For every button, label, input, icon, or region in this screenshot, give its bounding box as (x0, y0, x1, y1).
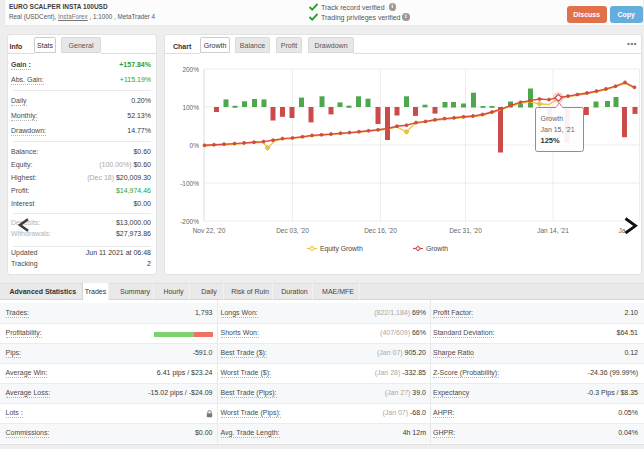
svg-text:Equity Growth: Equity Growth (320, 245, 363, 253)
svg-text:Nov 22, '20: Nov 22, '20 (193, 227, 226, 234)
svg-text:Jan 14, '21: Jan 14, '21 (537, 227, 569, 234)
svg-text:125%: 125% (541, 136, 561, 145)
svg-text:Jan 15, '21: Jan 15, '21 (541, 126, 575, 133)
svg-text:Dec 03, '20: Dec 03, '20 (276, 227, 309, 234)
svg-text:0%: 0% (190, 142, 200, 149)
svg-text:100%: 100% (182, 104, 199, 111)
svg-text:Dec 16, '20: Dec 16, '20 (364, 227, 397, 234)
svg-text:-200%: -200% (180, 218, 199, 225)
svg-text:Dec 31, '20: Dec 31, '20 (449, 227, 482, 234)
svg-text:Growth: Growth (541, 115, 564, 122)
svg-text:-100%: -100% (180, 180, 199, 187)
svg-text:Growth: Growth (426, 245, 448, 252)
svg-text:200%: 200% (182, 66, 199, 73)
